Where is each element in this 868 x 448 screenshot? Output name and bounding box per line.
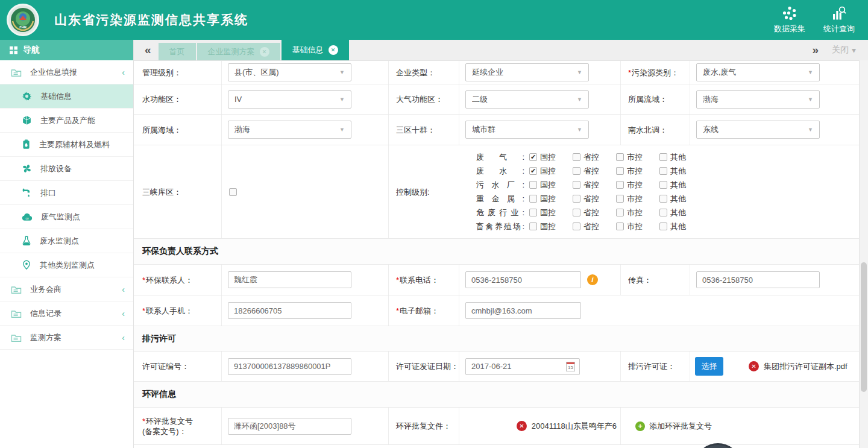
control-level-option-3[interactable]: 其他 — [659, 207, 703, 218]
add-eia-approval-link[interactable]: 添加环评批复文号 — [649, 421, 712, 432]
checkbox-unchecked-icon[interactable] — [616, 195, 624, 203]
control-level-option-0[interactable]: 国控 — [529, 221, 573, 232]
eia-approval-number-input[interactable] — [228, 418, 351, 435]
sidebar-item-equipment[interactable]: 排放设备 — [0, 157, 133, 181]
sidebar-item-materials[interactable]: 主要原辅材料及燃料 — [0, 133, 133, 157]
checkbox-unchecked-icon[interactable] — [659, 209, 667, 216]
control-level-option-2[interactable]: 市控 — [616, 221, 659, 232]
control-level-option-1[interactable]: 省控 — [573, 180, 616, 191]
pollution-source-type-select[interactable]: 废水,废气▼ — [696, 63, 820, 81]
checkbox-unchecked-icon[interactable] — [659, 181, 667, 189]
checkbox-unchecked-icon[interactable] — [616, 181, 624, 189]
tab-home[interactable]: 首页 — [159, 43, 196, 60]
sidebar-item-gas-points[interactable]: co 废气监测点 — [0, 205, 133, 229]
field-label: 管理级别： — [142, 68, 181, 78]
scrollbar-thumb[interactable] — [861, 262, 867, 392]
checkbox-unchecked-icon[interactable] — [529, 181, 537, 189]
checkbox-unchecked-icon[interactable] — [573, 195, 580, 203]
control-level-option-1[interactable]: 省控 — [573, 166, 616, 177]
sidebar-group-enterprise-info[interactable]: 企业信息填报 ‹ — [0, 60, 133, 84]
checkbox-unchecked-icon[interactable] — [616, 222, 624, 230]
control-level-option-2[interactable]: 市控 — [616, 180, 659, 191]
remove-file-icon[interactable]: ✕ — [517, 421, 527, 431]
scroll-tabs-left-icon[interactable]: « — [137, 43, 159, 57]
checkbox-unchecked-icon[interactable] — [659, 153, 667, 161]
checkbox-checked-icon[interactable]: ✔ — [529, 153, 537, 161]
close-menu-button[interactable]: 关闭 ▾ — [826, 45, 868, 55]
sidebar-group-records[interactable]: 信息记录 ‹ — [0, 301, 133, 326]
control-level-option-0[interactable]: ✔国控 — [529, 166, 573, 177]
permit-number-input[interactable] — [228, 358, 351, 375]
data-collection-button[interactable]: 数据采集 — [774, 5, 805, 34]
choose-file-button[interactable]: 选择 — [695, 357, 723, 376]
email-input[interactable] — [465, 302, 581, 319]
sidebar-item-water-points[interactable]: 废水监测点 — [0, 229, 133, 253]
eia-file-name: 20041118山东晨鸣年产6 — [532, 421, 617, 432]
close-tab-icon[interactable]: ✕ — [260, 47, 269, 57]
checkbox-unchecked-icon[interactable] — [659, 167, 667, 175]
checkbox-unchecked-icon[interactable] — [529, 195, 537, 203]
sidebar-group-plans[interactable]: 监测方案 ‹ — [0, 326, 133, 350]
scrollbar[interactable] — [859, 60, 868, 448]
permit-date-field[interactable]: 15 — [459, 358, 580, 375]
checkbox-unchecked-icon[interactable] — [529, 209, 537, 216]
sea-area-select[interactable]: 渤海▼ — [228, 121, 351, 139]
control-level-option-3[interactable]: 其他 — [659, 166, 703, 177]
control-level-option-0[interactable]: ✔国控 — [529, 152, 573, 163]
control-level-option-2[interactable]: 市控 — [616, 207, 659, 218]
control-level-option-1[interactable]: 省控 — [573, 221, 616, 232]
checkbox-unchecked-icon[interactable] — [616, 209, 624, 216]
basin-select[interactable]: 渤海▼ — [696, 90, 820, 109]
checkbox-unchecked-icon[interactable] — [616, 153, 624, 161]
control-level-option-3[interactable]: 其他 — [659, 221, 703, 232]
enterprise-type-select[interactable]: 延续企业▼ — [465, 63, 589, 81]
scroll-tabs-right-icon[interactable]: » — [805, 43, 826, 57]
control-level-option-0[interactable]: 国控 — [529, 207, 573, 218]
contact-name-input[interactable] — [228, 271, 351, 288]
control-level-option-2[interactable]: 市控 — [616, 194, 659, 204]
sidebar-item-products[interactable]: 主要产品及产能 — [0, 109, 133, 133]
checkbox-unchecked-icon[interactable] — [573, 181, 580, 189]
control-level-option-1[interactable]: 省控 — [573, 194, 616, 204]
control-level-option-3[interactable]: 其他 — [659, 180, 703, 191]
water-diversion-select[interactable]: 东线▼ — [696, 121, 820, 139]
control-level-option-3[interactable]: 其他 — [659, 152, 703, 163]
add-icon[interactable]: + — [635, 421, 645, 431]
management-level-select[interactable]: 县(市、区属)▼ — [228, 63, 351, 81]
control-level-option-3[interactable]: 其他 — [659, 194, 703, 204]
checkbox-checked-icon[interactable]: ✔ — [529, 167, 537, 175]
water-function-zone-select[interactable]: IV▼ — [228, 90, 351, 109]
checkbox-unchecked-icon[interactable] — [573, 209, 580, 216]
checkbox-unchecked-icon[interactable] — [529, 222, 537, 230]
contact-phone-input[interactable] — [465, 271, 581, 288]
checkbox-unchecked-icon[interactable] — [659, 222, 667, 230]
tab-basic-info[interactable]: 基础信息 ✕ — [281, 40, 349, 60]
checkbox-unchecked-icon[interactable] — [616, 167, 624, 175]
fax-input[interactable] — [696, 271, 820, 288]
control-level-option-0[interactable]: 国控 — [529, 194, 573, 204]
info-icon[interactable]: i — [587, 274, 598, 285]
close-tab-icon[interactable]: ✕ — [329, 45, 338, 55]
tab-enterprise-monitor-plan[interactable]: 企业监测方案 ✕ — [197, 43, 280, 60]
control-level-option-2[interactable]: 市控 — [616, 166, 659, 177]
contact-mobile-input[interactable] — [228, 302, 351, 319]
permit-date-input[interactable] — [465, 358, 580, 375]
checkbox-unchecked-icon[interactable] — [573, 222, 580, 230]
control-level-option-1[interactable]: 省控 — [573, 152, 616, 163]
three-zones-ten-clusters-select[interactable]: 城市群▼ — [465, 121, 589, 139]
calendar-icon[interactable]: 15 — [566, 362, 575, 371]
control-level-option-0[interactable]: 国控 — [529, 180, 573, 191]
sidebar-item-outlet[interactable]: 排口 — [0, 181, 133, 205]
control-level-option-1[interactable]: 省控 — [573, 207, 616, 218]
checkbox-unchecked-icon[interactable] — [573, 167, 580, 175]
stat-query-button[interactable]: 统计查询 — [823, 5, 855, 34]
sanxia-checkbox[interactable] — [229, 188, 237, 196]
control-level-option-2[interactable]: 市控 — [616, 152, 659, 163]
checkbox-unchecked-icon[interactable] — [573, 153, 580, 161]
sidebar-group-business[interactable]: 业务会商 ‹ — [0, 277, 133, 301]
remove-file-icon[interactable]: ✕ — [749, 361, 759, 371]
checkbox-unchecked-icon[interactable] — [659, 195, 667, 203]
sidebar-item-other-points[interactable]: 其他类别监测点 — [0, 253, 133, 277]
air-function-zone-select[interactable]: 二级▼ — [465, 90, 589, 109]
sidebar-item-basic-info[interactable]: 基础信息 — [0, 84, 133, 109]
